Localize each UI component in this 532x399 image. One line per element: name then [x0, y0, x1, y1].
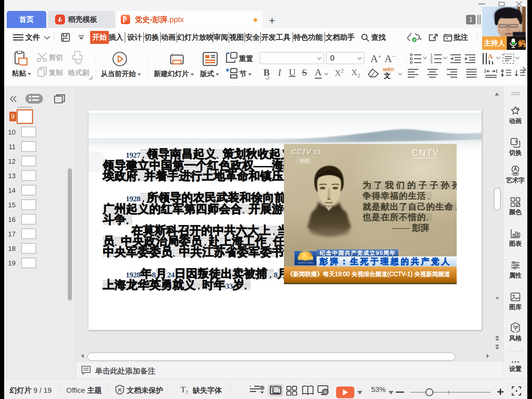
svg-text:3: 3 — [430, 61, 433, 64]
svg-text:A: A — [488, 53, 493, 60]
